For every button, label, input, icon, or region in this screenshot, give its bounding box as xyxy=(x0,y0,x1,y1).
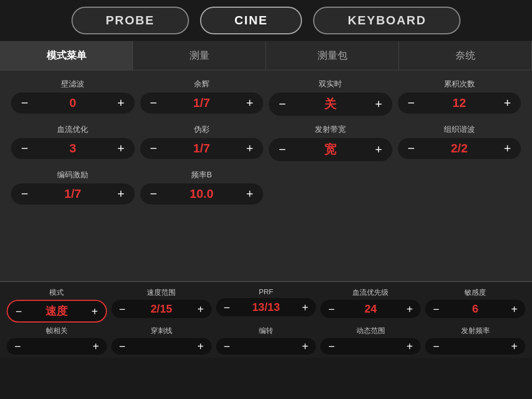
control-label-8: 编码激励 xyxy=(57,170,88,180)
bottom-minus-r2-4[interactable]: − xyxy=(429,341,443,352)
control-plus-2[interactable]: + xyxy=(371,98,387,110)
control-plus-5[interactable]: + xyxy=(242,142,258,155)
main-content: 壁滤波 − 0 + 余辉 − 1/7 + 双实时 − 关 + 累积次数 − xyxy=(0,70,532,281)
bottom-control-row2-1: − + xyxy=(111,338,212,355)
control-row-2: − 关 + xyxy=(269,93,392,116)
bottom-label-r2-0: 帧相关 xyxy=(46,326,68,336)
control-plus-9[interactable]: + xyxy=(242,188,258,200)
tab-naiton[interactable]: 奈统 xyxy=(399,41,532,70)
control-minus-7[interactable]: − xyxy=(403,142,420,155)
control-minus-3[interactable]: − xyxy=(403,97,420,109)
bottom-plus-r1-2[interactable]: + xyxy=(299,302,312,313)
bottom-item-row2-4: 发射频率 − + xyxy=(425,326,525,355)
bottom-row1-grid: 模式 − 速度 + 速度范围 − 2/15 + PRF − 13/13 + 血流… xyxy=(7,288,525,323)
control-plus-0[interactable]: + xyxy=(113,97,129,109)
bottom-control-row2-3: − + xyxy=(320,338,421,355)
nav-keyboard-button[interactable]: KEYBOARD xyxy=(313,7,461,34)
bottom-value-r1-2: 13/13 xyxy=(252,301,280,314)
control-plus-4[interactable]: + xyxy=(113,142,129,155)
bottom-minus-r1-1[interactable]: − xyxy=(116,304,129,315)
nav-cine-button[interactable]: CINE xyxy=(200,7,303,34)
control-value-4: 3 xyxy=(56,141,89,156)
control-minus-0[interactable]: − xyxy=(17,97,33,109)
tab-bar: 模式菜单 测量 测量包 奈统 xyxy=(0,41,532,70)
bottom-item-row1-1: 速度范围 − 2/15 + xyxy=(111,288,212,323)
bottom-minus-r2-2[interactable]: − xyxy=(221,341,234,352)
bottom-plus-r2-3[interactable]: + xyxy=(403,341,416,352)
bottom-minus-r1-4[interactable]: − xyxy=(429,304,443,315)
control-minus-8[interactable]: − xyxy=(17,188,33,200)
control-item-4: 血流优化 − 3 + xyxy=(11,125,135,161)
bottom-minus-r1-2[interactable]: − xyxy=(221,302,234,313)
control-label-6: 发射带宽 xyxy=(315,125,346,135)
control-label-9: 频率B xyxy=(191,170,212,180)
bottom-label-r2-4: 发射频率 xyxy=(461,326,490,336)
bottom-item-row2-2: 编转 − + xyxy=(216,326,316,355)
bottom-item-row1-3: 血流优先级 − 24 + xyxy=(320,288,421,323)
control-minus-4[interactable]: − xyxy=(17,142,33,155)
bottom-item-row2-0: 帧相关 − + xyxy=(7,326,107,355)
bottom-item-row2-3: 动态范围 − + xyxy=(320,326,421,355)
control-grid: 壁滤波 − 0 + 余辉 − 1/7 + 双实时 − 关 + 累积次数 − xyxy=(11,79,521,204)
bottom-label-r2-2: 编转 xyxy=(259,326,273,336)
control-row-6: − 宽 + xyxy=(269,138,392,161)
control-minus-2[interactable]: − xyxy=(274,98,290,110)
bottom-plus-r1-0[interactable]: + xyxy=(88,306,101,317)
bottom-plus-r2-0[interactable]: + xyxy=(89,341,103,352)
bottom-item-row2-1: 穿刺线 − + xyxy=(111,326,212,355)
bottom-control-row1-3: − 24 + xyxy=(320,300,421,318)
control-item-2: 双实时 − 关 + xyxy=(269,79,392,116)
control-label-0: 壁滤波 xyxy=(61,79,84,89)
control-value-0: 0 xyxy=(56,96,89,110)
bottom-plus-r1-4[interactable]: + xyxy=(508,304,521,315)
bottom-value-r1-3: 24 xyxy=(357,303,385,315)
bottom-plus-r2-2[interactable]: + xyxy=(299,341,312,352)
control-row-1: − 1/7 + xyxy=(140,93,264,114)
bottom-label-r1-3: 血流优先级 xyxy=(352,288,388,298)
control-label-7: 组织谐波 xyxy=(444,125,475,135)
bottom-plus-r1-1[interactable]: + xyxy=(194,304,207,315)
bottom-control-row1-4: − 6 + xyxy=(425,300,525,318)
nav-probe-button[interactable]: PROBE xyxy=(71,7,189,34)
control-row-7: − 2/2 + xyxy=(398,138,521,159)
control-minus-9[interactable]: − xyxy=(146,188,162,200)
tab-measure[interactable]: 测量 xyxy=(133,41,266,70)
bottom-minus-r1-0[interactable]: − xyxy=(12,306,25,317)
control-item-0: 壁滤波 − 0 + xyxy=(11,79,135,116)
bottom-minus-r2-3[interactable]: − xyxy=(325,341,338,352)
control-plus-8[interactable]: + xyxy=(113,188,129,200)
control-row-5: − 1/7 + xyxy=(140,138,264,159)
bottom-minus-r1-3[interactable]: − xyxy=(325,304,338,315)
bottom-control-row2-4: − + xyxy=(425,338,525,355)
control-plus-1[interactable]: + xyxy=(242,97,258,109)
control-value-8: 1/7 xyxy=(56,187,89,201)
control-row-9: − 10.0 + xyxy=(140,183,264,204)
bottom-control-row1-0: − 速度 + xyxy=(7,300,107,323)
bottom-item-row1-4: 敏感度 − 6 + xyxy=(425,288,525,323)
control-item-3: 累积次数 − 12 + xyxy=(398,79,521,116)
control-row-0: − 0 + xyxy=(11,93,135,114)
control-minus-6[interactable]: − xyxy=(274,144,290,156)
control-item-6: 发射带宽 − 宽 + xyxy=(269,125,392,161)
control-plus-3[interactable]: + xyxy=(499,97,515,109)
bottom-plus-r1-3[interactable]: + xyxy=(403,304,416,315)
bottom-label-r1-0: 模式 xyxy=(49,288,64,298)
control-minus-1[interactable]: − xyxy=(146,97,162,109)
control-plus-6[interactable]: + xyxy=(371,144,387,156)
bottom-plus-r2-1[interactable]: + xyxy=(194,341,207,352)
bottom-minus-r2-1[interactable]: − xyxy=(116,341,129,352)
bottom-minus-r2-0[interactable]: − xyxy=(11,341,24,352)
bottom-control-row2-0: − + xyxy=(7,338,107,355)
control-item-8: 编码激励 − 1/7 + xyxy=(11,170,135,204)
bottom-label-r1-2: PRF xyxy=(259,288,273,296)
control-item-5: 伪彩 − 1/7 + xyxy=(140,125,264,161)
control-minus-5[interactable]: − xyxy=(146,142,162,155)
bottom-item-row1-2: PRF − 13/13 + xyxy=(216,288,316,323)
control-value-1: 1/7 xyxy=(185,96,218,110)
tab-mode-menu[interactable]: 模式菜单 xyxy=(0,41,133,70)
control-value-6: 宽 xyxy=(314,141,347,158)
tab-measure-pkg[interactable]: 测量包 xyxy=(266,41,399,70)
bottom-plus-r2-4[interactable]: + xyxy=(508,341,521,352)
control-plus-7[interactable]: + xyxy=(499,142,515,155)
bottom-control-row1-2: − 13/13 + xyxy=(216,298,316,316)
